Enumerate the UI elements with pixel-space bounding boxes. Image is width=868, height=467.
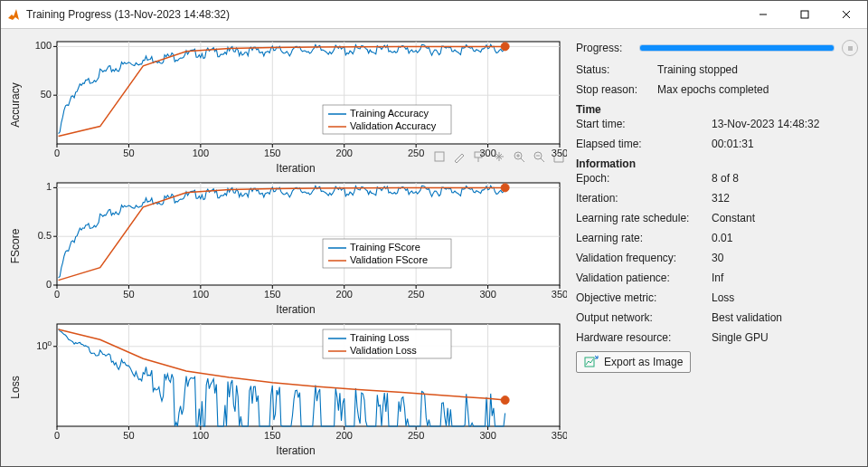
svg-text:Validation Loss: Validation Loss — [350, 345, 417, 356]
fscore-xlabel: Iteration — [24, 303, 567, 316]
progress-bar — [639, 44, 835, 52]
axes-toolbar — [429, 147, 569, 167]
epoch-value: 8 of 8 — [712, 172, 858, 185]
zoom-out-icon[interactable] — [531, 148, 547, 165]
svg-rect-76 — [57, 324, 560, 426]
svg-rect-4 — [57, 42, 560, 144]
epoch-label: Epoch: — [576, 172, 712, 185]
charts-panel: Accuracy 05010015020025030035050100Train… — [1, 29, 569, 466]
svg-text:250: 250 — [408, 148, 424, 158]
svg-rect-110 — [475, 152, 482, 157]
iteration-label: Iteration: — [576, 192, 712, 205]
objective-metric-label: Objective metric: — [576, 291, 712, 304]
close-button[interactable] — [826, 1, 867, 28]
svg-text:0.5: 0.5 — [38, 230, 52, 241]
svg-text:50: 50 — [123, 289, 134, 300]
loss-chart: Loss 050100150200250300350100Training Lo… — [6, 317, 567, 458]
stop-reason-label: Stop reason: — [576, 83, 657, 96]
fscore-plot[interactable]: 05010015020025030035000.51Training FScor… — [24, 176, 567, 305]
accuracy-ylabel: Accuracy — [9, 82, 22, 127]
fscore-chart: FScore 05010015020025030035000.51Trainin… — [6, 176, 567, 317]
export-as-image-button[interactable]: Export as Image — [576, 351, 691, 373]
iteration-value: 312 — [712, 192, 858, 205]
start-time-label: Start time: — [576, 118, 712, 130]
svg-text:200: 200 — [336, 289, 353, 300]
fscore-ylabel: FScore — [9, 229, 22, 264]
svg-text:100: 100 — [193, 430, 209, 441]
stop-reason-value: Max epochs completed — [657, 83, 858, 96]
svg-line-113 — [521, 158, 524, 162]
elapsed-time-label: Elapsed time: — [576, 138, 712, 150]
svg-text:150: 150 — [264, 148, 280, 158]
svg-text:0: 0 — [54, 148, 60, 158]
valid-freq-label: Validation frequency: — [576, 252, 712, 264]
loss-xlabel: Iteration — [24, 444, 567, 457]
output-network-label: Output network: — [576, 311, 712, 324]
info-panel: Progress: Status:Training stopped Stop r… — [569, 29, 867, 466]
svg-text:350: 350 — [552, 430, 567, 441]
stop-training-button[interactable] — [842, 40, 858, 56]
output-network-value: Best validation — [712, 311, 858, 324]
svg-text:Training Loss: Training Loss — [350, 332, 410, 343]
svg-text:350: 350 — [552, 289, 567, 300]
status-label: Status: — [576, 63, 657, 76]
export-button-label: Export as Image — [604, 356, 683, 368]
progress-label: Progress: — [576, 42, 639, 54]
hardware-value: Single GPU — [712, 331, 858, 344]
svg-text:300: 300 — [479, 289, 495, 300]
accuracy-plot[interactable]: 05010015020025030035050100Training Accur… — [24, 34, 567, 164]
svg-text:150: 150 — [264, 430, 280, 441]
svg-text:250: 250 — [408, 289, 424, 300]
pan-icon[interactable] — [491, 148, 507, 165]
svg-text:Training FScore: Training FScore — [350, 242, 420, 253]
edit-plot-icon[interactable] — [451, 148, 467, 165]
elapsed-time-value: 00:01:31 — [712, 138, 858, 150]
svg-rect-1 — [801, 11, 808, 18]
brush-icon[interactable] — [431, 148, 448, 165]
svg-text:100: 100 — [193, 148, 209, 158]
svg-text:100: 100 — [35, 40, 52, 51]
lr-schedule-value: Constant — [712, 212, 858, 224]
datatip-icon[interactable] — [471, 148, 487, 165]
time-header: Time — [576, 103, 858, 116]
svg-text:0: 0 — [54, 289, 60, 300]
svg-rect-39 — [57, 183, 560, 285]
zoom-in-icon[interactable] — [511, 148, 527, 165]
status-value: Training stopped — [657, 63, 858, 76]
lr-value: 0.01 — [712, 232, 858, 244]
svg-rect-109 — [435, 152, 444, 161]
titlebar: Training Progress (13-Nov-2023 14:48:32) — [1, 1, 867, 29]
maximize-button[interactable] — [784, 1, 826, 28]
hardware-label: Hardware resource: — [576, 331, 712, 344]
svg-text:1: 1 — [46, 181, 52, 192]
svg-text:200: 200 — [336, 430, 353, 441]
svg-line-117 — [541, 158, 544, 162]
valid-patience-value: Inf — [712, 272, 858, 284]
svg-text:100: 100 — [36, 338, 52, 351]
svg-text:Training Accuracy: Training Accuracy — [350, 108, 429, 119]
svg-text:50: 50 — [41, 89, 52, 100]
start-time-value: 13-Nov-2023 14:48:32 — [712, 118, 858, 130]
svg-text:150: 150 — [264, 289, 280, 300]
lr-schedule-label: Learning rate schedule: — [576, 212, 712, 224]
window-title: Training Progress (13-Nov-2023 14:48:32) — [26, 8, 230, 21]
svg-text:50: 50 — [123, 148, 134, 158]
svg-point-102 — [501, 396, 509, 405]
svg-point-70 — [501, 184, 509, 192]
matlab-logo-icon — [6, 7, 21, 22]
valid-freq-value: 30 — [712, 252, 858, 264]
svg-text:0: 0 — [46, 279, 52, 290]
svg-text:300: 300 — [479, 430, 495, 441]
svg-text:250: 250 — [408, 430, 424, 441]
loss-ylabel: Loss — [9, 376, 22, 399]
svg-text:200: 200 — [336, 148, 353, 158]
svg-text:Validation Accuracy: Validation Accuracy — [350, 120, 437, 131]
minimize-button[interactable] — [742, 1, 784, 28]
svg-text:0: 0 — [54, 430, 60, 441]
information-header: Information — [576, 157, 858, 170]
lr-label: Learning rate: — [576, 232, 712, 244]
loss-plot[interactable]: 050100150200250300350100Training LossVal… — [24, 317, 567, 446]
export-image-icon — [584, 355, 599, 369]
svg-point-33 — [501, 43, 509, 51]
home-icon[interactable] — [551, 148, 567, 165]
